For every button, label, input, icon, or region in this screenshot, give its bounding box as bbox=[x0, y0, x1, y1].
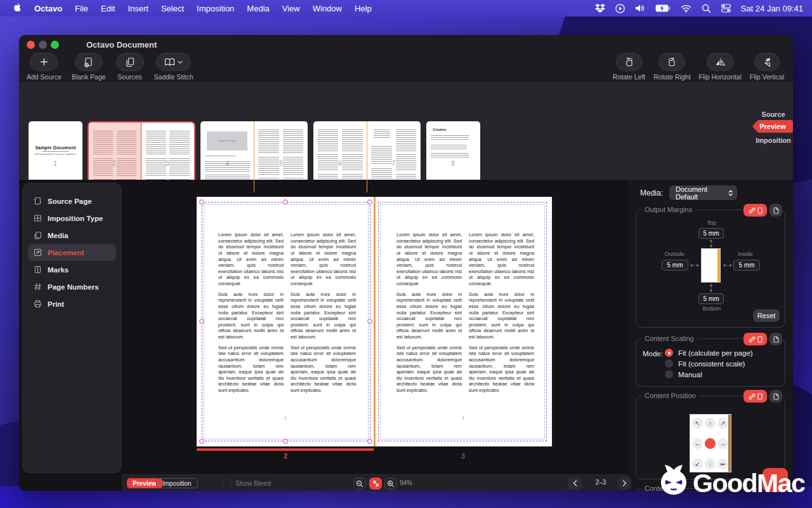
radio-unselected[interactable] bbox=[665, 359, 673, 368]
radio-unselected[interactable] bbox=[665, 370, 673, 378]
preview-page-left[interactable]: Lorem ipsum dolor sit amet, consectetur … bbox=[197, 197, 374, 446]
add-source-button[interactable]: Add Source bbox=[27, 53, 62, 81]
sources-button[interactable]: Sources bbox=[116, 53, 144, 81]
battery-icon[interactable] bbox=[650, 0, 676, 17]
spread-spine-line bbox=[367, 121, 367, 192]
link-pages-toggle[interactable] bbox=[743, 204, 767, 217]
preview-page-right[interactable]: Lorem ipsum dolor sit amet, consectetur … bbox=[374, 197, 552, 446]
blank-page-button[interactable]: Blank Page bbox=[72, 53, 106, 81]
toolbar-button-label: Add Source bbox=[27, 73, 62, 81]
rotate-left-button[interactable]: Rotate Left bbox=[613, 53, 645, 81]
menu-window[interactable]: Window bbox=[306, 0, 348, 17]
close-window-button[interactable] bbox=[27, 41, 35, 49]
radio-selected[interactable] bbox=[665, 349, 673, 357]
paragraph: Lorem ipsum dolor sit amet, consectetur … bbox=[469, 232, 534, 287]
link-pages-toggle[interactable] bbox=[743, 390, 767, 403]
single-page-toggle[interactable] bbox=[769, 333, 782, 345]
selection-handle-ne[interactable] bbox=[367, 199, 372, 204]
menu-media[interactable]: Media bbox=[240, 0, 275, 17]
sidebar-item-source-page[interactable]: Source Page bbox=[28, 192, 116, 210]
saddle-stitch-button[interactable]: Saddle Stitch bbox=[154, 53, 193, 81]
margin-top-field[interactable]: 5 mm bbox=[698, 228, 724, 239]
zoom-in-button[interactable] bbox=[384, 478, 397, 490]
selection-handle-s[interactable] bbox=[283, 439, 288, 444]
flip-horizontal-button[interactable]: Flip Horizontal bbox=[699, 53, 742, 81]
tab-source[interactable]: Source bbox=[754, 109, 793, 119]
previous-spread-button[interactable] bbox=[568, 477, 582, 490]
toolbar-button-label: Flip Vertical bbox=[750, 73, 784, 81]
dropbox-icon[interactable] bbox=[590, 0, 610, 17]
position-left-button[interactable]: ← bbox=[692, 438, 703, 449]
margin-outside-field[interactable]: 5 mm bbox=[662, 260, 688, 271]
mode-label: Mode: bbox=[643, 350, 663, 358]
zoom-window-button[interactable] bbox=[51, 41, 59, 49]
position-center-selected[interactable] bbox=[705, 438, 716, 449]
thumbnail-strip: Sample Document A Demonstration of Octav… bbox=[19, 82, 793, 180]
window-title: Octavo Document bbox=[86, 40, 157, 50]
sidebar-item-page-numbers[interactable]: Page Numbers bbox=[28, 278, 116, 295]
control-center-icon[interactable] bbox=[716, 0, 736, 17]
position-top-right-button[interactable]: ↗ bbox=[717, 418, 728, 429]
apple-menu-icon[interactable] bbox=[9, 0, 28, 17]
menu-edit[interactable]: Edit bbox=[95, 0, 121, 17]
margin-inside-label: Inside bbox=[733, 251, 758, 257]
position-top-button[interactable]: ↑ bbox=[705, 418, 716, 429]
media-dropdown[interactable]: Document Default bbox=[669, 185, 737, 200]
margin-bottom-field[interactable]: 5 mm bbox=[698, 293, 724, 304]
position-right-button[interactable]: → bbox=[717, 438, 728, 449]
paragraph: Sed ut perspiciatis unde omnis iste natu… bbox=[396, 345, 462, 394]
tab-preview[interactable]: Preview bbox=[752, 120, 793, 133]
zoom-out-button[interactable] bbox=[353, 478, 366, 490]
menu-clock[interactable]: Sat 24 Jan 09:41 bbox=[736, 4, 803, 13]
menu-file[interactable]: File bbox=[69, 0, 95, 17]
sources-icon bbox=[125, 57, 135, 67]
show-bleed-checkbox[interactable] bbox=[223, 479, 232, 487]
menu-help[interactable]: Help bbox=[348, 0, 378, 17]
sidebar-item-print[interactable]: Print bbox=[28, 295, 116, 312]
selection-handle-n[interactable] bbox=[283, 199, 288, 204]
paragraph: Sed ut perspiciatis unde omnis iste natu… bbox=[218, 345, 284, 394]
single-page-toggle[interactable] bbox=[769, 390, 782, 403]
tab-imposition[interactable]: Imposition bbox=[754, 135, 793, 145]
menu-imposition[interactable]: Imposition bbox=[190, 0, 240, 17]
blank-page-icon bbox=[84, 57, 93, 67]
volume-icon[interactable] bbox=[630, 0, 650, 17]
updown-chevron-icon bbox=[728, 189, 733, 197]
sidebar-item-placement[interactable]: Placement bbox=[28, 244, 116, 261]
menu-select[interactable]: Select bbox=[155, 0, 190, 17]
reset-margins-button[interactable]: Reset bbox=[753, 309, 780, 322]
sidebar-item-media[interactable]: Media bbox=[28, 227, 116, 244]
selection-handle-e[interactable] bbox=[367, 319, 372, 324]
rotate-right-button[interactable]: Rotate Right bbox=[653, 53, 690, 81]
link-icon bbox=[749, 207, 756, 214]
link-icon bbox=[749, 393, 756, 400]
selection-handle-nw[interactable] bbox=[199, 199, 204, 204]
position-top-left-button[interactable]: ↖ bbox=[692, 418, 703, 429]
minimize-window-button[interactable] bbox=[39, 41, 47, 49]
scaling-option-fit-consistent[interactable]: Fit (consistent scale) bbox=[665, 359, 745, 368]
selection-handle-sw[interactable] bbox=[199, 439, 204, 444]
zoom-fit-button[interactable] bbox=[369, 478, 382, 490]
sidebar-item-marks[interactable]: Marks bbox=[28, 261, 116, 278]
single-page-toggle[interactable] bbox=[769, 204, 782, 217]
menu-insert[interactable]: Insert bbox=[121, 0, 155, 17]
flip-vertical-button[interactable]: Flip Vertical bbox=[750, 53, 784, 81]
link-pages-toggle[interactable] bbox=[743, 333, 767, 345]
selection-handle-w[interactable] bbox=[199, 319, 204, 324]
rotate-right-icon bbox=[667, 57, 677, 67]
view-toggle-imposition[interactable]: Imposition bbox=[156, 478, 198, 488]
scaling-option-manual[interactable]: Manual bbox=[665, 370, 702, 378]
sidebar-item-imposition-type[interactable]: Imposition Type bbox=[28, 210, 116, 227]
wifi-icon[interactable] bbox=[676, 0, 697, 17]
menu-view[interactable]: View bbox=[276, 0, 306, 17]
goodmac-text: GoodMac bbox=[693, 471, 804, 497]
selection-handle-se[interactable] bbox=[367, 439, 372, 444]
margin-inside-field[interactable]: 5 mm bbox=[733, 260, 760, 271]
next-spread-button[interactable] bbox=[617, 477, 631, 490]
search-icon[interactable] bbox=[697, 0, 716, 17]
goodmac-text-mac: Mac bbox=[757, 469, 804, 498]
scaling-option-fit-per-page[interactable]: Fit (calculate per page) bbox=[665, 349, 753, 357]
menu-app-name[interactable]: Octavo bbox=[28, 0, 69, 17]
play-status-icon[interactable] bbox=[610, 0, 630, 17]
margin-bottom-label: Bottom bbox=[701, 305, 723, 312]
